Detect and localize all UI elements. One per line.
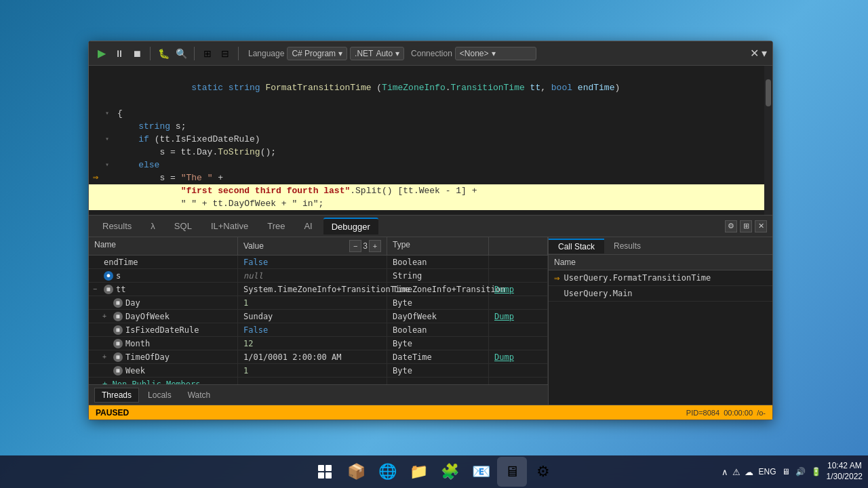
taskbar-edge[interactable]: 🌐 — [372, 457, 402, 487]
callstack-row: ⇒ UserQuery.FormatTransitionTime — [549, 270, 772, 286]
td-dump-tt[interactable]: Dump — [489, 283, 548, 296]
th-name: Name — [89, 237, 238, 255]
volume-icon: 🔊 — [795, 467, 806, 476]
table-row: endTime False Boolean — [89, 256, 548, 269]
clock-time: 10:42 AM — [827, 461, 863, 472]
connection-dropdown[interactable]: <None> ▾ — [455, 47, 536, 60]
code-line: "first second third fourth last".Split()… — [89, 184, 764, 197]
counter-value: 3 — [363, 241, 368, 251]
separator-2 — [194, 47, 195, 60]
taskbar-search[interactable]: 📦 — [341, 457, 371, 487]
panel-close-btn[interactable]: ✕ — [755, 220, 767, 232]
tab-tree[interactable]: Tree — [259, 218, 293, 234]
dotnet-dropdown[interactable]: .NET Auto ▾ — [350, 47, 404, 60]
language-dropdown[interactable]: C# Program ▾ — [287, 47, 347, 60]
close-button[interactable]: ✕ ▾ — [750, 47, 767, 60]
td-type-timeofday: DateTime — [387, 350, 489, 363]
cs-function-name: UserQuery.Main — [564, 289, 632, 298]
stop-button[interactable]: ⏹ — [130, 46, 144, 61]
play-button[interactable]: ▶ — [94, 46, 109, 61]
code-line: " " + tt.DayOfWeek + " in"; — [89, 197, 764, 210]
grid-button[interactable]: ⊟ — [218, 46, 233, 61]
td-type-s: String — [387, 269, 489, 282]
table-row: ▦ IsFixedDateRule False Boolean — [89, 323, 548, 337]
code-line: string s; — [89, 120, 764, 133]
td-value-day: 1 — [238, 296, 387, 309]
line-content: static string FormatTransitionTime (Time… — [112, 68, 764, 107]
settings-btn[interactable]: ⚙ — [725, 220, 737, 232]
table-row-non-public: + Non-Public Members — [89, 378, 548, 384]
taskbar-settings[interactable]: ⚙ — [528, 457, 558, 487]
tab-sql[interactable]: SQL — [166, 218, 200, 234]
btab-locals[interactable]: Locals — [140, 388, 179, 403]
code-line: ▾ if (tt.IsFixedDateRule) — [89, 133, 764, 146]
debug2-button[interactable]: 🔍 — [174, 46, 189, 61]
table-row: ● s null String — [89, 269, 548, 283]
taskbar-linqpad[interactable]: 🖥 — [497, 457, 527, 487]
td-value-isfixed: False — [238, 323, 387, 336]
btab-watch[interactable]: Watch — [180, 388, 218, 403]
taskbar-store[interactable]: 🧩 — [435, 457, 465, 487]
cs-tab-callstack[interactable]: Call Stack — [549, 239, 604, 253]
tab-ilnative[interactable]: IL+Native — [203, 218, 256, 234]
panel-content: Name Value − 3 + Type — [89, 237, 772, 405]
btab-threads[interactable]: Threads — [94, 388, 139, 403]
table-body: endTime False Boolean ● s — [89, 256, 548, 384]
td-value-s: null — [238, 269, 387, 282]
td-name-s: ● s — [89, 269, 238, 282]
bug-button[interactable]: 🐛 — [156, 46, 171, 61]
taskbar-explorer[interactable]: 📁 — [403, 457, 433, 487]
td-name-day: ▦ Day — [89, 296, 238, 309]
debug-panel-right: Call Stack Results Name ⇒ UserQuery.Form… — [549, 237, 772, 405]
th-extra — [489, 237, 548, 255]
layout-btn[interactable]: ⊞ — [740, 220, 752, 232]
cs-arrow-icon: ⇒ — [554, 272, 559, 283]
td-value-week: 1 — [238, 364, 387, 377]
chevron-icon[interactable]: ∧ — [722, 467, 728, 477]
td-dump-s — [489, 269, 548, 282]
system-tray: ∧ ⚠ ☁ — [722, 467, 753, 477]
td-non-public[interactable]: + Non-Public Members — [89, 378, 238, 384]
table-row: + ▦ DayOfWeek Sunday DayOfWeek Dump — [89, 310, 548, 323]
td-dump-timeofday[interactable]: Dump — [489, 350, 548, 363]
cs-tab-results[interactable]: Results — [604, 239, 650, 253]
td-dump-dayofweek[interactable]: Dump — [489, 310, 548, 323]
td-type-isfixed: Boolean — [387, 323, 489, 336]
windows-logo — [318, 465, 332, 479]
tab-ai[interactable]: AI — [296, 218, 320, 234]
table-row: ▦ Month 12 Byte — [89, 337, 548, 350]
start-button[interactable] — [310, 457, 340, 487]
code-editor[interactable]: static string FormatTransitionTime (Time… — [89, 66, 764, 215]
table-row: − ▦ tt System.TimeZoneInfo+TransitionTim… — [89, 283, 548, 296]
battery-icon: 🔋 — [811, 467, 821, 476]
scrollbar-thumb[interactable] — [766, 79, 771, 106]
plus-btn[interactable]: + — [369, 240, 381, 252]
line-arrow — [89, 68, 102, 107]
td-dump-isfixed — [489, 323, 548, 336]
tab-results[interactable]: Results — [94, 218, 140, 234]
status-pid: PID=8084 00:00:00 /o- — [686, 409, 766, 417]
monitor-icon: 🖥 — [782, 467, 790, 476]
debug-panel-left: Name Value − 3 + Type — [89, 237, 549, 405]
editor-scrollbar[interactable] — [764, 66, 772, 215]
minus-btn[interactable]: − — [349, 240, 361, 252]
taskbar-mail[interactable]: 📧 — [466, 457, 496, 487]
taskbar-right: ∧ ⚠ ☁ ENG 🖥 🔊 🔋 10:42 AM 1/30/2022 — [722, 461, 863, 482]
td-dump-day — [489, 296, 548, 309]
td-value-tt: System.TimeZoneInfo+TransitionTime — [238, 283, 387, 296]
td-type-month: Byte — [387, 337, 489, 350]
td-type-day: Byte — [387, 296, 489, 309]
table-button[interactable]: ⊞ — [200, 46, 215, 61]
td-type-dayofweek: DayOfWeek — [387, 310, 489, 323]
code-line: static string FormatTransitionTime (Time… — [89, 68, 764, 107]
td-name-isfixed: ▦ IsFixedDateRule — [89, 323, 238, 336]
pause-button[interactable]: ⏸ — [112, 46, 127, 61]
td-name-tt: − ▦ tt — [89, 283, 238, 296]
tab-lambda[interactable]: λ — [142, 218, 163, 234]
table-row: ▦ Week 1 Byte — [89, 364, 548, 378]
system-clock[interactable]: 10:42 AM 1/30/2022 — [827, 461, 863, 482]
warning-icon: ⚠ — [732, 467, 741, 477]
code-line: ▾ { — [89, 107, 764, 120]
td-type-tt: TimeZoneInfo+Transition — [387, 283, 489, 296]
tab-debugger[interactable]: Debugger — [323, 218, 378, 235]
